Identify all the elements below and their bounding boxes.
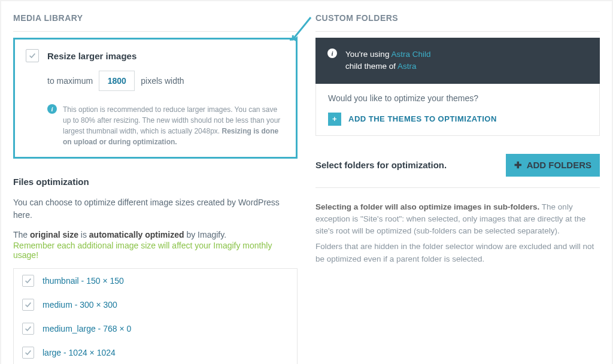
folders-description: Selecting a folder will also optimize im… (315, 201, 600, 265)
files-optimization-heading: Files optimization (13, 177, 298, 187)
resize-checkbox[interactable] (26, 49, 39, 62)
check-icon (24, 324, 32, 333)
files-optimization-desc: You can choose to optimize different ima… (13, 196, 298, 222)
resize-to-max-label: to maximum (47, 76, 93, 86)
list-item[interactable]: medium_large - 768 × 0 (14, 317, 297, 341)
add-themes-button[interactable]: + ADD THE THEMES TO OPTIMIZATION (328, 113, 497, 126)
optimize-themes-question: Would you like to optimize your themes? (328, 93, 587, 103)
image-sizes-list[interactable]: thumbnail - 150 × 150medium - 300 × 300m… (13, 268, 298, 364)
size-label: medium - 300 × 300 (43, 300, 117, 310)
annotation-arrow-icon (290, 14, 314, 42)
resize-width-input[interactable] (99, 71, 135, 91)
list-item[interactable]: thumbnail - 150 × 150 (14, 269, 297, 293)
resize-label: Resize larger images (47, 51, 136, 61)
parent-theme-link[interactable]: Astra (397, 62, 417, 71)
info-icon: i (327, 48, 337, 58)
select-folders-label: Select folders for optimization. (315, 160, 447, 170)
resize-highlight-box: Resize larger images to maximum pixels w… (13, 38, 298, 159)
media-library-heading: MEDIA LIBRARY (13, 13, 298, 32)
size-label: large - 1024 × 1024 (43, 348, 116, 357)
theme-info-banner: i You're using Astra Child child theme o… (315, 38, 600, 84)
plus-icon: + (328, 113, 341, 126)
custom-folders-heading: CUSTOM FOLDERS (315, 13, 600, 32)
check-icon (24, 277, 32, 285)
resize-unit-label: pixels width (141, 76, 184, 86)
child-theme-link[interactable]: Astra Child (391, 50, 430, 59)
usage-warning: Remember each additional image size will… (13, 241, 298, 260)
check-icon (24, 348, 32, 357)
size-checkbox[interactable] (22, 347, 34, 359)
original-size-note: The original size is automatically optim… (13, 230, 298, 239)
add-folders-button[interactable]: ✚ ADD FOLDERS (506, 154, 600, 177)
check-icon (28, 51, 37, 60)
info-icon: i (47, 104, 57, 114)
size-label: medium_large - 768 × 0 (43, 324, 131, 333)
plus-icon: ✚ (514, 160, 522, 171)
resize-info-text: This option is recommended to reduce lar… (63, 104, 285, 147)
size-checkbox[interactable] (22, 299, 34, 311)
list-item[interactable]: large - 1024 × 1024 (14, 341, 297, 364)
size-checkbox[interactable] (22, 275, 34, 287)
list-item[interactable]: medium - 300 × 300 (14, 293, 297, 317)
size-checkbox[interactable] (22, 323, 34, 335)
size-label: thumbnail - 150 × 150 (43, 276, 124, 286)
check-icon (24, 301, 32, 309)
